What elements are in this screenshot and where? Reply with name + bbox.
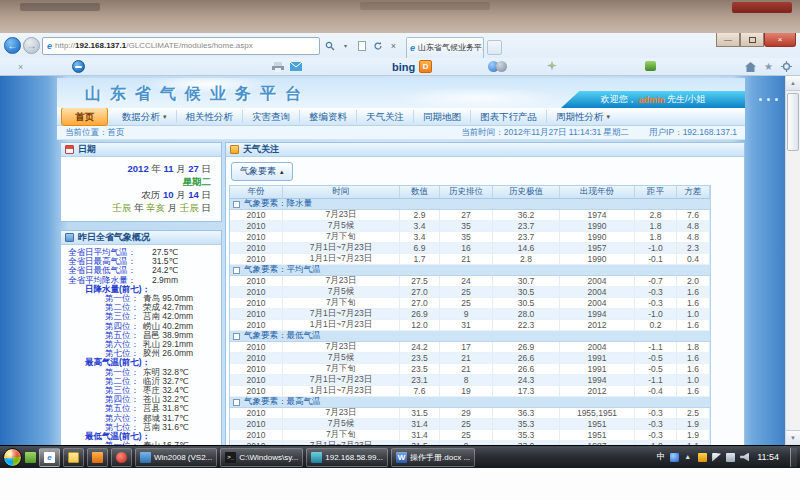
table-cell: 31 [440, 320, 493, 331]
scrollbar-thumb[interactable] [787, 93, 799, 151]
section-checkbox[interactable] [233, 267, 240, 274]
back-button[interactable]: ← [4, 37, 21, 54]
section-checkbox[interactable] [233, 399, 240, 406]
start-button[interactable] [3, 448, 22, 467]
section-checkbox[interactable] [233, 333, 240, 340]
vertical-scrollbar[interactable]: ▲ ▼ [785, 76, 800, 445]
action-center-flag-icon[interactable] [712, 453, 721, 462]
table-row[interactable]: 20107月5候27.02530.52004-0.31.6 [230, 287, 710, 298]
table-cell: 2010 [230, 309, 283, 320]
table-row[interactable]: 20107月1日~7月23日23.1824.31994-1.11.0 [230, 375, 710, 386]
table-cell: 17 [440, 342, 493, 353]
scroll-up-icon[interactable]: ▲ [786, 76, 800, 91]
taskbar-window-2[interactable] [87, 448, 108, 467]
refresh-icon[interactable] [371, 38, 384, 53]
compatibility-icon[interactable] [355, 38, 368, 53]
taskbar-window-3[interactable] [111, 448, 132, 467]
addon-circle-icon[interactable] [72, 60, 85, 73]
plugin-icon[interactable] [645, 61, 656, 73]
taskbar-clock[interactable]: 11:54 [757, 452, 779, 462]
settings-gear-icon[interactable] [781, 61, 792, 72]
nav-item-2[interactable]: 相关性分析 [177, 110, 244, 123]
table-section-header[interactable]: 气象要素：降水量 [230, 199, 710, 210]
tray-caret-icon[interactable]: ▲ [684, 453, 693, 462]
table-row[interactable]: 20107月23日24.21726.92004-1.11.8 [230, 342, 710, 353]
table-row[interactable]: 20107月23日2.92736.219742.87.6 [230, 210, 710, 221]
scroll-down-icon[interactable]: ▼ [786, 430, 800, 445]
table-row[interactable]: 20107月23日31.52936.31955,1951-0.32.5 [230, 408, 710, 419]
search-dropdown-icon[interactable]: ▾ [339, 38, 352, 53]
close-button[interactable]: × [764, 33, 796, 47]
favorites-star-icon[interactable]: ★ [764, 61, 773, 72]
address-bar[interactable]: e http://192.168.137.1/GLCCLIMATE/module… [42, 37, 320, 55]
table-cell: -0.7 [635, 276, 677, 287]
table-cell: 31.4 [400, 419, 440, 430]
nav-item-6[interactable]: 同期地图 [414, 110, 471, 123]
taskbar-window-label: 操作手册.docx ... [410, 452, 470, 463]
summary-panel: 昨日全省气象概况 全省日平均气温：27.5℃全省日最高气温：31.5℃全省日最低… [60, 230, 222, 445]
table-row[interactable]: 20107月下旬31.42535.31951-0.31.9 [230, 430, 710, 441]
table-row[interactable]: 20107月1日~7月23日26.9928.01994-1.01.0 [230, 309, 710, 320]
taskbar-window-5[interactable]: >_C:\Windows\sy... [220, 448, 303, 467]
bing-app-icon[interactable]: D [419, 60, 432, 73]
table-cell: 19 [440, 386, 493, 397]
maximize-button[interactable] [740, 33, 764, 47]
bing-widget[interactable]: bing D [392, 60, 432, 73]
element-filter-button[interactable]: 气象要素 ▴ [231, 162, 293, 181]
taskbar-window-0[interactable]: e [39, 448, 60, 467]
table-cell: 2004 [560, 287, 635, 298]
weather-focus-panel: 天气关注 气象要素 ▴ 年份时间数值历史排位历史极值出现年份距平方差气象要素：降… [225, 142, 745, 445]
weather-data-table: 年份时间数值历史排位历史极值出现年份距平方差气象要素：降水量20107月23日2… [229, 185, 711, 445]
table-section-header[interactable]: 气象要素：平均气温 [230, 265, 710, 276]
table-row[interactable]: 20107月下旬23.52126.61991-0.51.6 [230, 364, 710, 375]
new-tab-button[interactable] [487, 40, 502, 55]
nav-item-8[interactable]: 周期性分析▾ [547, 110, 619, 123]
volume-icon[interactable] [740, 453, 749, 462]
table-row[interactable]: 20107月下旬3.43523.719901.84.8 [230, 232, 710, 243]
nav-item-7[interactable]: 图表下行产品 [471, 110, 547, 123]
taskbar-window-7[interactable]: W操作手册.docx ... [391, 448, 475, 467]
table-row[interactable]: 20107月23日27.52430.72004-0.72.0 [230, 276, 710, 287]
tray-globe-icon[interactable] [670, 453, 679, 462]
mail-icon[interactable] [290, 62, 302, 71]
table-cell: 4.8 [677, 232, 710, 243]
table-row[interactable]: 20107月5候3.43523.719901.84.8 [230, 221, 710, 232]
url-scheme: http:// [55, 41, 75, 50]
nav-item-3[interactable]: 灾害查询 [243, 110, 300, 123]
taskbar-window-4[interactable]: Win2008 (VS2... [135, 448, 217, 467]
table-cell: 2010 [230, 342, 283, 353]
nav-item-1[interactable]: 数据分析▾ [113, 110, 177, 123]
home-icon[interactable] [745, 62, 756, 72]
minimize-button[interactable]: — [716, 33, 740, 47]
nav-item-5[interactable]: 天气关注 [357, 110, 414, 123]
pinned-app-icon[interactable] [25, 452, 36, 463]
table-cell: 31.5 [400, 408, 440, 419]
table-row[interactable]: 20107月1日~7月23日6.91614.61957-1.02.3 [230, 243, 710, 254]
taskbar-window-6[interactable]: 192.168.58.99... [306, 448, 388, 467]
printer-icon[interactable] [272, 62, 284, 72]
nav-item-0[interactable]: 首页 [61, 107, 108, 126]
table-section-header[interactable]: 气象要素：最高气温 [230, 397, 710, 408]
table-row[interactable]: 20107月下旬27.02530.52004-0.31.6 [230, 298, 710, 309]
table-cell: -0.3 [635, 287, 677, 298]
table-row[interactable]: 20107月5候31.42535.31951-0.31.9 [230, 419, 710, 430]
taskbar-window-1[interactable] [63, 448, 84, 467]
nav-item-label: 灾害查询 [252, 110, 290, 123]
table-section-header[interactable]: 气象要素：最低气温 [230, 331, 710, 342]
ime-language-indicator[interactable]: 中 [657, 451, 666, 463]
forward-button[interactable]: → [23, 37, 40, 54]
network-icon[interactable] [726, 453, 735, 462]
column-header: 历史排位 [440, 186, 493, 199]
browser-tab[interactable]: e 山东省气候业务平... × [406, 37, 484, 58]
show-desktop-button[interactable] [790, 448, 797, 467]
section-checkbox[interactable] [233, 201, 240, 208]
weather-focus-header: 天气关注 [226, 143, 744, 157]
sparkle-icon[interactable] [547, 61, 557, 73]
nav-item-4[interactable]: 整编资料 [300, 110, 357, 123]
toolbar-close-icon[interactable]: × [18, 62, 23, 72]
stop-icon[interactable]: × [387, 38, 400, 53]
tray-update-icon[interactable] [698, 453, 707, 462]
table-row[interactable]: 20107月5候23.52126.61991-0.51.6 [230, 353, 710, 364]
messenger-icon[interactable] [488, 61, 507, 72]
search-icon[interactable] [323, 38, 336, 53]
